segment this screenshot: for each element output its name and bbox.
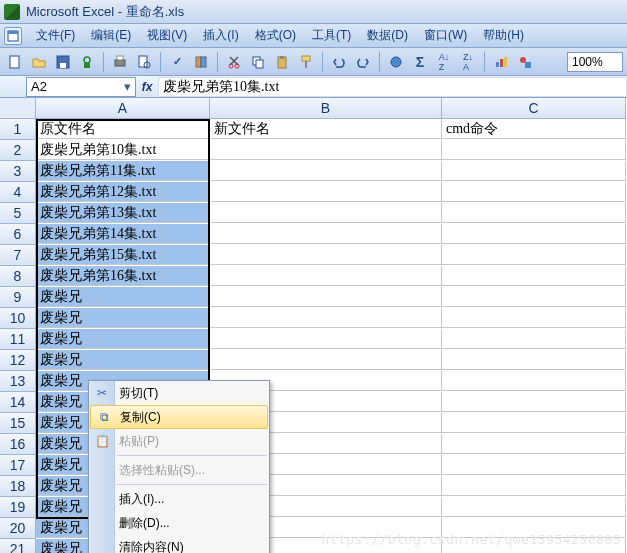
cell-A5[interactable]: 废柴兄弟第13集.txt: [36, 203, 210, 223]
autosum-button[interactable]: Σ: [409, 51, 431, 73]
col-header-C[interactable]: C: [442, 98, 626, 119]
cell-B7[interactable]: [210, 245, 442, 265]
sort-asc-button[interactable]: A↓Z: [433, 51, 455, 73]
new-button[interactable]: [4, 51, 26, 73]
cell-A9[interactable]: 废柴兄: [36, 287, 210, 307]
cell-A2[interactable]: 废柴兄弟第10集.txt: [36, 140, 210, 160]
cell-C17[interactable]: [442, 455, 626, 475]
cell-B10[interactable]: [210, 308, 442, 328]
menu-insert[interactable]: 插入(I): [195, 25, 246, 46]
menu-window[interactable]: 窗口(W): [416, 25, 475, 46]
cell-B1[interactable]: 新文件名: [210, 119, 442, 139]
row-header-17[interactable]: 17: [0, 455, 36, 476]
cell-B3[interactable]: [210, 161, 442, 181]
cell-B2[interactable]: [210, 140, 442, 160]
cell-C2[interactable]: [442, 140, 626, 160]
row-header-20[interactable]: 20: [0, 518, 36, 539]
select-all-corner[interactable]: [0, 98, 36, 119]
menu-help[interactable]: 帮助(H): [475, 25, 532, 46]
cell-B9[interactable]: [210, 287, 442, 307]
name-box[interactable]: A2▾: [26, 77, 136, 97]
cell-C6[interactable]: [442, 224, 626, 244]
cell-B6[interactable]: [210, 224, 442, 244]
cell-A8[interactable]: 废柴兄弟第16集.txt: [36, 266, 210, 286]
row-header-14[interactable]: 14: [0, 392, 36, 413]
cell-A7[interactable]: 废柴兄弟第15集.txt: [36, 245, 210, 265]
chevron-down-icon[interactable]: ▾: [124, 79, 131, 94]
save-button[interactable]: [52, 51, 74, 73]
ctx-copy[interactable]: ⧉复制(C): [90, 405, 268, 429]
cell-C9[interactable]: [442, 287, 626, 307]
cell-A12[interactable]: 废柴兄: [36, 350, 210, 370]
drawing-button[interactable]: [514, 51, 536, 73]
cell-C18[interactable]: [442, 476, 626, 496]
cell-C21[interactable]: [442, 539, 626, 553]
cell-B11[interactable]: [210, 329, 442, 349]
open-button[interactable]: [28, 51, 50, 73]
menu-tools[interactable]: 工具(T): [304, 25, 359, 46]
spelling-button[interactable]: ✓: [166, 51, 188, 73]
cell-C16[interactable]: [442, 434, 626, 454]
cell-C7[interactable]: [442, 245, 626, 265]
row-header-18[interactable]: 18: [0, 476, 36, 497]
menu-file[interactable]: 文件(F): [28, 25, 83, 46]
row-header-16[interactable]: 16: [0, 434, 36, 455]
cell-C10[interactable]: [442, 308, 626, 328]
cell-C3[interactable]: [442, 161, 626, 181]
row-header-9[interactable]: 9: [0, 287, 36, 308]
row-header-15[interactable]: 15: [0, 413, 36, 434]
cell-C8[interactable]: [442, 266, 626, 286]
cell-C1[interactable]: cmd命令: [442, 119, 626, 139]
row-header-6[interactable]: 6: [0, 224, 36, 245]
ctx-cut[interactable]: ✂剪切(T): [89, 381, 269, 405]
row-header-19[interactable]: 19: [0, 497, 36, 518]
format-painter-button[interactable]: [295, 51, 317, 73]
menu-view[interactable]: 视图(V): [139, 25, 195, 46]
undo-button[interactable]: [328, 51, 350, 73]
cell-C12[interactable]: [442, 350, 626, 370]
cell-C15[interactable]: [442, 413, 626, 433]
row-header-2[interactable]: 2: [0, 140, 36, 161]
formula-input[interactable]: 废柴兄弟第10集.txt: [158, 77, 627, 97]
copy-button[interactable]: [247, 51, 269, 73]
chart-button[interactable]: [490, 51, 512, 73]
row-header-13[interactable]: 13: [0, 371, 36, 392]
menu-format[interactable]: 格式(O): [247, 25, 304, 46]
redo-button[interactable]: [352, 51, 374, 73]
paste-button[interactable]: [271, 51, 293, 73]
sort-desc-button[interactable]: Z↓A: [457, 51, 479, 73]
cell-C14[interactable]: [442, 392, 626, 412]
cell-A6[interactable]: 废柴兄弟第14集.txt: [36, 224, 210, 244]
permission-button[interactable]: [76, 51, 98, 73]
cut-button[interactable]: [223, 51, 245, 73]
row-header-3[interactable]: 3: [0, 161, 36, 182]
row-header-4[interactable]: 4: [0, 182, 36, 203]
spreadsheet-grid[interactable]: ABC1原文件名新文件名cmd命令2废柴兄弟第10集.txt3废柴兄弟第11集.…: [0, 98, 627, 553]
cell-B12[interactable]: [210, 350, 442, 370]
ctx-clear[interactable]: 清除内容(N): [89, 535, 269, 553]
fx-icon[interactable]: fx: [136, 80, 158, 94]
row-header-8[interactable]: 8: [0, 266, 36, 287]
menu-data[interactable]: 数据(D): [359, 25, 416, 46]
col-header-A[interactable]: A: [36, 98, 210, 119]
cell-B8[interactable]: [210, 266, 442, 286]
menu-edit[interactable]: 编辑(E): [83, 25, 139, 46]
row-header-7[interactable]: 7: [0, 245, 36, 266]
print-preview-button[interactable]: [133, 51, 155, 73]
cell-C19[interactable]: [442, 497, 626, 517]
cell-C20[interactable]: [442, 518, 626, 538]
cell-B4[interactable]: [210, 182, 442, 202]
hyperlink-button[interactable]: [385, 51, 407, 73]
row-header-5[interactable]: 5: [0, 203, 36, 224]
cell-C11[interactable]: [442, 329, 626, 349]
cell-A10[interactable]: 废柴兄: [36, 308, 210, 328]
row-header-11[interactable]: 11: [0, 329, 36, 350]
cell-B5[interactable]: [210, 203, 442, 223]
row-header-1[interactable]: 1: [0, 119, 36, 140]
row-header-12[interactable]: 12: [0, 350, 36, 371]
cell-C5[interactable]: [442, 203, 626, 223]
cell-C4[interactable]: [442, 182, 626, 202]
zoom-box[interactable]: 100%: [567, 52, 623, 72]
research-button[interactable]: [190, 51, 212, 73]
row-header-10[interactable]: 10: [0, 308, 36, 329]
